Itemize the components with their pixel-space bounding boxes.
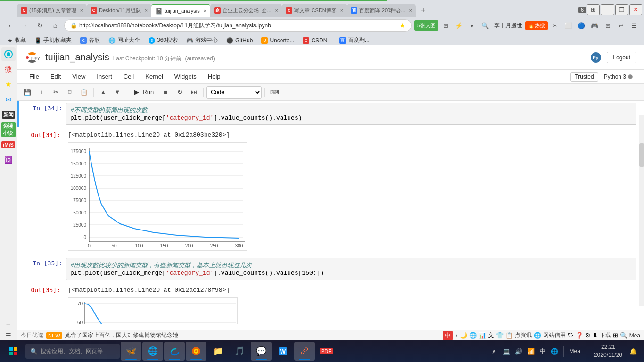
taskbar-app-music[interactable]: 🎵: [229, 342, 250, 361]
bottom-icon-moon[interactable]: 🌙: [460, 332, 467, 339]
tab-4-close[interactable]: ×: [275, 8, 278, 13]
tab-1[interactable]: C (15条消息) 文章管理 ×: [17, 4, 87, 17]
tray-up-arrow[interactable]: ∧: [489, 346, 499, 356]
taskbar-app-pdf[interactable]: PDF: [316, 342, 337, 361]
bottom-icon-shirt[interactable]: 👕: [496, 332, 504, 339]
tray-icon-4[interactable]: 🌐: [549, 346, 560, 356]
tab-2-close[interactable]: ×: [145, 8, 148, 13]
bookmark-star-btn[interactable]: ★ 收藏: [4, 35, 30, 45]
window-btn-close[interactable]: ✕: [629, 4, 642, 15]
save-button[interactable]: 💾: [21, 86, 34, 99]
restart-button[interactable]: ↻: [173, 86, 186, 99]
ext-icon-3[interactable]: 🔵: [575, 19, 587, 32]
bottom-icon-search2[interactable]: 🔍: [620, 332, 627, 339]
cells-area[interactable]: In [34]: #不同类型的新闻出现的次数 plt.plot(user_cli…: [17, 101, 644, 324]
dropdown-icon[interactable]: ▾: [466, 19, 478, 32]
taskbar-app-wechat[interactable]: 💬: [251, 342, 272, 361]
taskbar-app-firefox[interactable]: [186, 342, 206, 361]
tray-icon-lang[interactable]: 中: [538, 347, 547, 355]
tray-time-area[interactable]: 22:21 2020/11/26: [590, 343, 626, 359]
taskbar-app-folder[interactable]: 📁: [207, 342, 228, 361]
tray-icon-2[interactable]: 🔊: [513, 346, 524, 356]
menu-view[interactable]: View: [67, 71, 90, 82]
bookmark-games[interactable]: 🎮 游戏中心: [182, 35, 222, 45]
bottom-icon-note[interactable]: 📋: [505, 332, 513, 339]
bookmark-github[interactable]: ⚫ GitHub: [223, 36, 256, 45]
menu-kernel[interactable]: Kernel: [140, 71, 168, 82]
menu-widgets[interactable]: Widgets: [170, 71, 201, 82]
tab-3-close[interactable]: ×: [204, 8, 206, 14]
nb-scrollbar-thumb[interactable]: [639, 143, 644, 167]
bookmark-uncerta[interactable]: U Uncerta...: [257, 36, 298, 45]
paste-button[interactable]: 📋: [77, 86, 91, 99]
today-label[interactable]: 今日优选: [21, 331, 43, 339]
window-btn-screens[interactable]: ⊞: [587, 4, 600, 15]
cell-34-code[interactable]: #不同类型的新闻出现的次数 plt.plot(user_click_merge[…: [66, 103, 636, 125]
taskbar-app-butterfly[interactable]: 🦋: [121, 342, 141, 361]
fast-forward-button[interactable]: ⏭: [187, 86, 200, 99]
nav-home-button[interactable]: ⌂: [49, 19, 61, 32]
window-btn-maximize[interactable]: ❐: [615, 4, 628, 15]
menu-edit[interactable]: Edit: [46, 71, 66, 82]
bottom-icon-chart[interactable]: 📊: [479, 332, 486, 339]
tray-notification[interactable]: 🔔: [628, 346, 638, 356]
new-tab-button[interactable]: +: [417, 4, 430, 17]
ext-icon-6[interactable]: ↩: [615, 19, 627, 32]
bottom-icon-grid[interactable]: ⊞: [613, 332, 618, 339]
grid-icon[interactable]: ⊞: [439, 19, 452, 32]
start-button[interactable]: [2, 342, 25, 361]
menu-insert[interactable]: Insert: [92, 71, 117, 82]
window-btn-minimize[interactable]: —: [601, 4, 614, 15]
bottom-icon-download[interactable]: ⬇: [593, 332, 598, 339]
nb-scrollbar[interactable]: [639, 115, 644, 306]
cell-type-select[interactable]: Code Markdown Raw NBConvert: [206, 86, 262, 99]
sidebar-icon-star[interactable]: ★: [1, 77, 16, 91]
bottom-icon-shield[interactable]: 🛡: [568, 332, 574, 339]
sidebar-icon-weibo[interactable]: 微: [1, 62, 16, 76]
sidebar-list-button[interactable]: ☰: [0, 330, 17, 340]
search-bar-icon[interactable]: 🔍: [479, 19, 491, 32]
taskbar-search[interactable]: 🔍 搜索应用、文档、网页等: [25, 344, 120, 359]
ext-icon-4[interactable]: 🎮: [588, 19, 601, 32]
bottom-icon-network[interactable]: 🌐: [469, 332, 477, 339]
taskbar-app-pen[interactable]: 🖊: [294, 342, 315, 361]
bottom-icon-setting[interactable]: ⚙: [585, 332, 591, 339]
hot-icon[interactable]: 🔥热搜: [525, 21, 548, 30]
sidebar-icon-book[interactable]: 免读小说: [1, 123, 16, 137]
copy-button[interactable]: ⧉: [63, 86, 76, 99]
bottom-icon-wen[interactable]: 文: [488, 331, 494, 340]
ext-icon-2[interactable]: ⬜: [562, 19, 574, 32]
bookmark-mobile[interactable]: 📱 手机收藏夹: [31, 35, 75, 45]
bookmark-baidu[interactable]: 百 百度翻...: [336, 35, 373, 45]
bookmark-google[interactable]: G 谷歌: [76, 35, 104, 45]
stop-button[interactable]: ■: [159, 86, 172, 99]
tab-6-close[interactable]: ×: [409, 8, 412, 13]
taskbar-app-edge[interactable]: [164, 342, 185, 361]
bookmark-url[interactable]: 🌐 网址大全: [105, 35, 144, 45]
bookmark-360[interactable]: 3 360搜索: [145, 35, 182, 45]
ext-icon-1[interactable]: ✂: [549, 19, 561, 32]
cut-button[interactable]: ✂: [49, 86, 62, 99]
tab-5[interactable]: C 写文章-CSDN博客 ×: [282, 4, 347, 17]
run-button[interactable]: ▶| Run: [130, 87, 158, 97]
nav-refresh-button[interactable]: ↻: [34, 19, 46, 32]
nav-forward-button[interactable]: ›: [19, 19, 31, 32]
keyboard-button[interactable]: ⌨: [268, 86, 281, 99]
sidebar-icon-1[interactable]: [1, 47, 16, 61]
taskbar-app-word[interactable]: W: [272, 342, 293, 361]
bookmark-star-icon[interactable]: ★: [399, 22, 405, 29]
sidebar-icon-mail[interactable]: ✉: [1, 92, 16, 107]
tab-4[interactable]: 企 企业上云分会场_企... ×: [210, 4, 282, 17]
sidebar-icon-video[interactable]: iMiS: [1, 138, 16, 152]
taskbar-app-browser[interactable]: 🌐: [142, 342, 163, 361]
bottom-icon-globe2[interactable]: 🌐: [534, 332, 541, 339]
tab-1-close[interactable]: ×: [80, 8, 83, 13]
bookmark-csdn[interactable]: C CSDN -: [299, 36, 334, 45]
tab-2[interactable]: C Desktop/11月组队 ×: [87, 4, 151, 17]
sidebar-icon-id[interactable]: 🆔: [1, 153, 16, 167]
ext-icon-5[interactable]: ⊞: [602, 19, 614, 32]
add-cell-button[interactable]: +: [35, 86, 48, 99]
tray-icon-3[interactable]: 📶: [526, 346, 536, 356]
menu-file[interactable]: File: [25, 71, 44, 82]
address-input[interactable]: 🔒 http://localhost:8888/notebooks/Deskto…: [64, 19, 412, 32]
